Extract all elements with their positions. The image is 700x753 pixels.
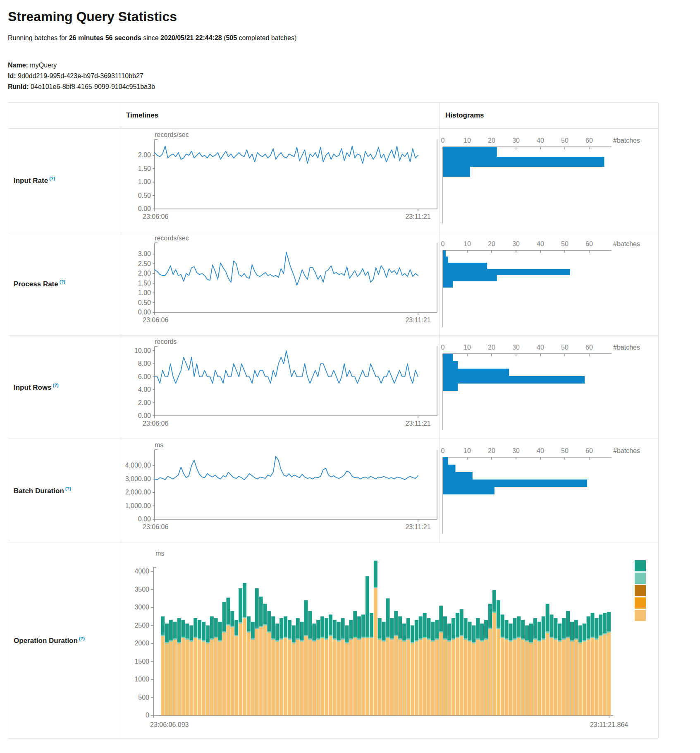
svg-text:40: 40 [537, 344, 544, 351]
svg-text:2500: 2500 [134, 622, 149, 629]
streaming-statistics-page: Streaming Query Statistics Running batch… [0, 0, 700, 753]
batch-duration-histogram-chart: 0102030405060#batches [440, 439, 658, 542]
svg-text:0.00: 0.00 [138, 412, 151, 419]
svg-text:0.00: 0.00 [138, 309, 151, 316]
svg-text:1,000.00: 1,000.00 [125, 502, 151, 509]
completed-batch-count: 505 [226, 34, 237, 41]
svg-text:30: 30 [512, 240, 520, 247]
svg-text:20: 20 [488, 344, 495, 351]
query-name-value: myQuery [30, 62, 57, 69]
query-name-line: Name: myQuery [8, 60, 700, 71]
batch-duration-label-cell: Batch Duration(?) [8, 439, 120, 542]
svg-text:4,000.00: 4,000.00 [125, 462, 151, 469]
svg-text:2000: 2000 [134, 640, 149, 647]
svg-text:0.50: 0.50 [138, 299, 151, 306]
svg-text:60: 60 [585, 447, 593, 454]
since-word: since [141, 34, 160, 41]
svg-text:23:11:21.864: 23:11:21.864 [590, 721, 628, 728]
svg-text:3.00: 3.00 [138, 250, 151, 257]
svg-text:1000: 1000 [134, 676, 149, 683]
svg-text:40: 40 [537, 137, 544, 144]
input-rate-timeline-chart: records/sec2.001.501.000.500.0023:06:062… [120, 129, 439, 232]
svg-text:0: 0 [441, 137, 445, 144]
metric-row-batch-duration: Batch Duration(?) ms4,000.003,000.002,00… [8, 439, 659, 542]
running-prefix: Running batches for [8, 34, 69, 41]
svg-text:23:11:21: 23:11:21 [405, 523, 430, 530]
svg-text:2.50: 2.50 [138, 260, 151, 267]
help-icon[interactable]: (?) [53, 383, 59, 388]
operation-duration-stacked-chart: ms4000350030002500200015001000500023:06:… [120, 542, 658, 738]
running-batches-summary: Running batches for 26 minutes 56 second… [8, 34, 700, 42]
start-time: 2020/05/21 22:44:28 [160, 34, 222, 41]
svg-text:0: 0 [441, 447, 445, 454]
batch-duration-timeline-chart: ms4,000.003,000.002,000.001,000.000.0023… [120, 439, 439, 542]
svg-text:23:11:21: 23:11:21 [405, 213, 430, 220]
svg-text:3000: 3000 [134, 604, 149, 611]
svg-text:8.00: 8.00 [138, 360, 151, 367]
svg-text:3,000.00: 3,000.00 [125, 475, 151, 482]
query-id-line: Id: 9d0dd219-995d-423e-b97d-36931110bb27 [8, 71, 700, 82]
help-icon[interactable]: (?) [60, 279, 65, 284]
metric-row-input-rate: Input Rate(?) records/sec2.001.501.000.5… [8, 129, 659, 232]
svg-text:23:06:06.093: 23:06:06.093 [150, 721, 189, 728]
svg-text:23:06:06: 23:06:06 [143, 420, 168, 427]
svg-text:10: 10 [463, 137, 471, 144]
process-rate-histogram-chart: 0102030405060#batches [440, 232, 658, 335]
input-rate-label: Input Rate [14, 176, 48, 184]
svg-text:6.00: 6.00 [138, 373, 151, 380]
stats-table: Timelines Histograms Input Rate(?) recor… [8, 102, 659, 739]
paren-open: ( [222, 34, 226, 41]
svg-text:30: 30 [512, 344, 520, 351]
empty-header-cell [8, 103, 120, 129]
svg-text:30: 30 [512, 137, 520, 144]
svg-text:10.00: 10.00 [134, 347, 151, 354]
query-id-value: 9d0dd219-995d-423e-b97d-36931110bb27 [18, 72, 143, 79]
svg-text:records/sec: records/sec [155, 131, 189, 138]
svg-text:1.00: 1.00 [138, 289, 151, 296]
svg-text:1.00: 1.00 [138, 178, 151, 185]
query-name-label: Name: [8, 62, 28, 69]
svg-text:23:11:21: 23:11:21 [405, 317, 430, 324]
input-rate-histogram-chart: 0102030405060#batches [440, 129, 658, 232]
svg-text:2.00: 2.00 [138, 151, 151, 158]
input-rows-label-cell: Input Rows(?) [8, 336, 120, 439]
query-runid-line: RunId: 04e101e6-8bf8-4165-9099-9104c951b… [8, 82, 700, 92]
svg-text:0: 0 [441, 344, 445, 351]
input-rows-histogram-chart: 0102030405060#batches [440, 336, 658, 439]
svg-text:0: 0 [146, 712, 149, 719]
metric-row-process-rate: Process Rate(?) records/sec3.002.502.001… [8, 232, 659, 336]
svg-text:60: 60 [585, 240, 593, 247]
svg-text:2,000.00: 2,000.00 [125, 489, 151, 496]
svg-text:#batches: #batches [613, 137, 640, 144]
svg-text:60: 60 [585, 344, 593, 351]
help-icon[interactable]: (?) [79, 636, 85, 641]
svg-text:23:06:06: 23:06:06 [143, 317, 168, 324]
input-rows-timeline-chart: records10.008.006.004.002.000.0023:06:06… [120, 336, 439, 439]
svg-text:3500: 3500 [134, 586, 149, 593]
svg-text:2.00: 2.00 [138, 399, 151, 406]
svg-text:50: 50 [561, 137, 569, 144]
svg-text:1.50: 1.50 [138, 280, 151, 287]
svg-text:23:11:21: 23:11:21 [405, 420, 430, 427]
svg-text:30: 30 [512, 447, 520, 454]
svg-text:20: 20 [488, 137, 495, 144]
svg-text:1.50: 1.50 [138, 165, 151, 172]
svg-text:#batches: #batches [613, 344, 640, 351]
svg-text:23:06:06: 23:06:06 [143, 213, 168, 220]
svg-text:4.00: 4.00 [138, 386, 151, 393]
help-icon[interactable]: (?) [65, 486, 71, 491]
svg-text:50: 50 [561, 447, 569, 454]
operation-duration-label: Operation Duration [14, 636, 78, 644]
batches-suffix: completed batches) [237, 34, 296, 41]
svg-text:records: records [155, 338, 177, 345]
svg-text:10: 10 [463, 447, 471, 454]
help-icon[interactable]: (?) [49, 176, 55, 181]
batch-duration-label: Batch Duration [14, 487, 64, 494]
svg-text:10: 10 [463, 240, 471, 247]
table-header-row: Timelines Histograms [8, 103, 659, 129]
svg-text:records/sec: records/sec [155, 235, 189, 242]
svg-text:20: 20 [488, 240, 495, 247]
histograms-header: Histograms [440, 103, 659, 129]
running-duration: 26 minutes 56 seconds [69, 34, 141, 41]
process-rate-label: Process Rate [14, 280, 58, 288]
